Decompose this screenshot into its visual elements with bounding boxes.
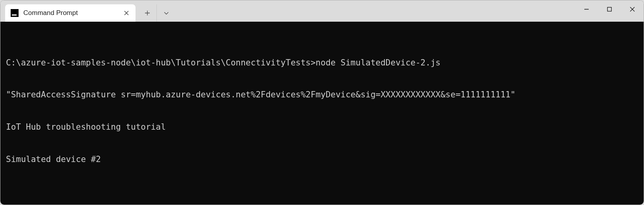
cmd-icon <box>11 9 19 17</box>
tab-strip: Command Prompt <box>0 0 575 22</box>
new-tab-button[interactable] <box>138 4 157 22</box>
close-tab-button[interactable] <box>123 9 130 17</box>
maximize-button[interactable] <box>598 1 621 17</box>
close-window-button[interactable] <box>621 1 644 17</box>
terminal-window: Command Prompt <box>0 0 644 205</box>
tab-title: Command Prompt <box>23 9 118 17</box>
minimize-button[interactable] <box>575 1 598 17</box>
terminal-line: IoT Hub troubleshooting tutorial <box>6 122 639 132</box>
maximize-icon <box>607 7 612 12</box>
terminal-line: Simulated device #2 <box>6 154 639 165</box>
terminal-output[interactable]: C:\azure-iot-samples-node\iot-hub\Tutori… <box>0 22 644 205</box>
minimize-icon <box>584 7 589 12</box>
plus-icon <box>145 10 150 16</box>
tab-command-prompt[interactable]: Command Prompt <box>5 4 136 22</box>
close-icon <box>630 7 635 12</box>
svg-rect-0 <box>607 7 611 11</box>
terminal-line: C:\azure-iot-samples-node\iot-hub\Tutori… <box>6 58 639 68</box>
tabbar-actions <box>136 0 176 22</box>
close-icon <box>124 11 129 15</box>
window-controls <box>575 0 644 22</box>
tab-dropdown-button[interactable] <box>157 4 176 22</box>
chevron-down-icon <box>164 10 169 16</box>
terminal-line: "SharedAccessSignature sr=myhub.azure-de… <box>6 89 639 100</box>
titlebar: Command Prompt <box>0 0 644 22</box>
